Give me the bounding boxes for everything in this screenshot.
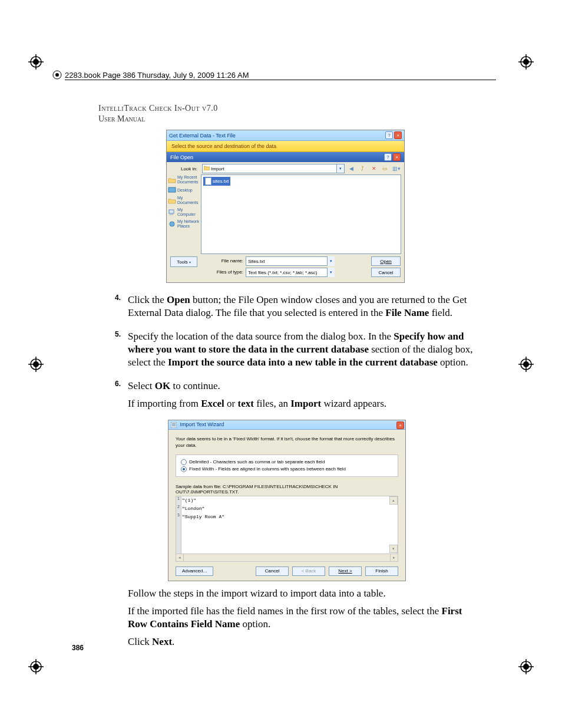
follow-p3: Click Next. bbox=[128, 635, 475, 648]
svg-rect-27 bbox=[169, 210, 174, 213]
chevron-down-icon[interactable]: ▾ bbox=[336, 164, 344, 173]
figure-file-open: Get External Data - Text File ? × Select… bbox=[166, 130, 405, 283]
svg-point-25 bbox=[55, 73, 59, 77]
radio-fixed-width[interactable]: Fixed Width - Fields are aligned in colu… bbox=[181, 466, 393, 473]
scroll-down-icon[interactable]: ▾ bbox=[389, 545, 398, 553]
svg-point-29 bbox=[170, 222, 174, 226]
place-my-network[interactable]: My Network Places bbox=[168, 219, 200, 229]
svg-rect-31 bbox=[172, 423, 176, 424]
wizard-subtitle: Select the source and destination of the… bbox=[167, 141, 404, 152]
sample-data-preview: 123 "(1)" "London" "Supply Room A" ▴ ▾ ◂… bbox=[176, 496, 398, 562]
svg-rect-33 bbox=[172, 426, 176, 426]
up-folder-icon[interactable]: ⤴ bbox=[358, 164, 367, 173]
close-icon[interactable]: × bbox=[393, 153, 401, 161]
print-mark: 2283.book Page 386 Thursday, July 9, 200… bbox=[65, 71, 249, 80]
step-number-5: 5. bbox=[98, 330, 128, 369]
finish-button[interactable]: Finish bbox=[365, 566, 398, 576]
cancel-button[interactable]: Cancel bbox=[371, 268, 401, 277]
back-button: < Back bbox=[292, 566, 325, 576]
scroll-right-icon[interactable]: ▸ bbox=[390, 554, 398, 561]
place-my-computer[interactable]: My Computer bbox=[168, 207, 200, 218]
next-button[interactable]: Next > bbox=[329, 566, 362, 576]
sample-data-label: Sample data from file: C:\PROGRAM FILES\… bbox=[176, 484, 398, 495]
views-icon[interactable]: ▥▾ bbox=[392, 164, 401, 173]
step-6-text: Select OK to continue. If importing from… bbox=[128, 380, 475, 410]
filetype-label: Files of type: bbox=[210, 268, 246, 277]
folder-icon bbox=[204, 166, 210, 170]
radio-delimited[interactable]: Delimited - Characters such as comma or … bbox=[181, 459, 393, 466]
step-4-text: Click the Open button; the File Open win… bbox=[128, 294, 475, 319]
wizard-icon bbox=[171, 422, 177, 428]
follow-p1: Follow the steps in the import wizard to… bbox=[128, 587, 475, 600]
delete-icon[interactable]: ✕ bbox=[369, 164, 378, 173]
chevron-down-icon[interactable]: ▾ bbox=[327, 268, 335, 277]
print-mark-icon bbox=[52, 70, 62, 83]
file-list[interactable]: sites.txt bbox=[201, 174, 401, 254]
help-icon[interactable]: ? bbox=[384, 153, 392, 161]
window-titlebar-get-external-data: Get External Data - Text File ? × bbox=[167, 130, 404, 141]
filetype-combo[interactable]: Text files (*.txt; *.csv; *.tab; *.asc)▾ bbox=[246, 268, 335, 277]
svg-rect-26 bbox=[168, 187, 176, 192]
lookin-combo[interactable]: Import ▾ bbox=[202, 164, 345, 173]
place-desktop[interactable]: Desktop bbox=[168, 186, 200, 194]
places-bar: My Recent Documents Desktop My Documents… bbox=[167, 173, 201, 254]
advanced-button[interactable]: Advanced... bbox=[176, 566, 213, 576]
tools-button[interactable]: Tools▾ bbox=[170, 256, 197, 267]
step-number-6: 6. bbox=[98, 380, 128, 410]
wizard-intro-text: Your data seems to be in a 'Fixed Width'… bbox=[176, 436, 398, 449]
svg-rect-32 bbox=[172, 424, 176, 425]
window-titlebar-import-wizard: Import Text Wizard × bbox=[168, 420, 405, 430]
new-folder-icon[interactable]: ▭ bbox=[381, 164, 389, 173]
svg-rect-28 bbox=[170, 214, 173, 215]
page-number: 386 bbox=[72, 644, 84, 652]
cancel-button[interactable]: Cancel bbox=[256, 566, 289, 576]
chevron-down-icon[interactable]: ▾ bbox=[327, 256, 335, 266]
back-icon[interactable]: ◀ bbox=[347, 164, 356, 173]
running-head: IntelliTrack Check In-Out v7.0 User Manu… bbox=[98, 103, 218, 124]
text-file-icon bbox=[205, 177, 211, 185]
help-icon[interactable]: ? bbox=[385, 131, 393, 139]
filename-input[interactable]: Sites.txt▾ bbox=[246, 256, 335, 266]
figure-import-text-wizard: Import Text Wizard × Your data seems to … bbox=[168, 420, 406, 581]
step-5-text: Specify the location of the data source … bbox=[128, 330, 475, 369]
place-my-documents[interactable]: My Documents bbox=[168, 195, 200, 206]
open-button[interactable]: Open bbox=[371, 256, 401, 266]
follow-p2: If the imported file has the field names… bbox=[128, 605, 475, 631]
format-radio-group: Delimited - Characters such as comma or … bbox=[176, 454, 398, 477]
scroll-left-icon[interactable]: ◂ bbox=[176, 554, 184, 561]
filename-label: File name: bbox=[210, 256, 246, 266]
place-my-recent[interactable]: My Recent Documents bbox=[168, 174, 200, 185]
close-icon[interactable]: × bbox=[396, 421, 404, 429]
lookin-label: Look in: bbox=[170, 166, 200, 172]
print-mark-rule bbox=[65, 80, 496, 80]
step-number-4: 4. bbox=[98, 294, 128, 319]
close-icon[interactable]: × bbox=[394, 131, 402, 139]
scroll-up-icon[interactable]: ▴ bbox=[389, 496, 398, 505]
chevron-down-icon: ▾ bbox=[189, 260, 191, 264]
file-open-titlebar: File Open ? × bbox=[167, 152, 404, 162]
file-item-sites[interactable]: sites.txt bbox=[203, 177, 230, 186]
